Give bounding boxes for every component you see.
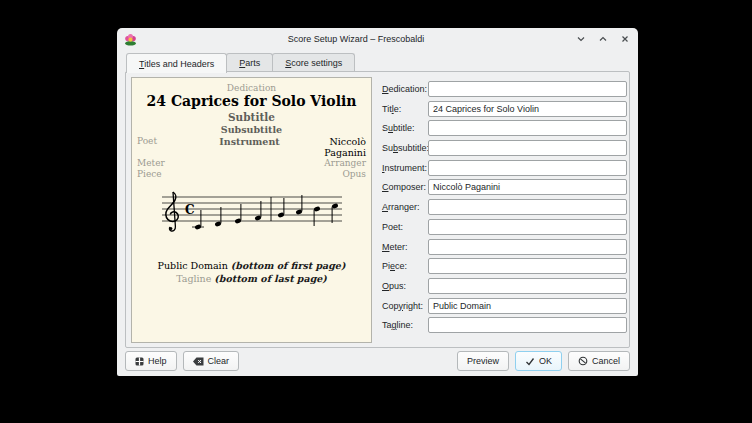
measure-1-notes	[192, 201, 262, 230]
cancel-icon	[578, 356, 588, 366]
preview-opus: Opus	[302, 169, 366, 180]
piece-input[interactable]	[428, 258, 627, 274]
preview-button[interactable]: Preview	[457, 351, 509, 371]
preview-tagline-note: (bottom of last page)	[214, 273, 326, 284]
tab-score-settings[interactable]: Score settings	[272, 53, 355, 72]
help-button[interactable]: Help	[125, 351, 177, 371]
preview-meter: Meter	[137, 158, 197, 169]
preview-right-column: Niccolò Paganini Arranger Opus	[302, 136, 366, 180]
form-row: Poet:	[382, 219, 627, 235]
footer-spacer	[245, 351, 451, 371]
tab-bar: Titles and Headers Parts Score settings	[126, 53, 354, 72]
tab-parts[interactable]: Parts	[226, 53, 273, 72]
cancel-button[interactable]: Cancel	[568, 351, 630, 371]
close-icon	[620, 34, 630, 44]
composer-input[interactable]	[428, 179, 627, 195]
arranger-label: Arranger:	[382, 202, 428, 212]
tab-titles-and-headers[interactable]: Titles and Headers	[126, 53, 227, 73]
preview-instrument: Instrument	[219, 136, 279, 180]
dialog-button-row: Help Clear Preview OK Cancel	[125, 351, 630, 371]
minimize-button[interactable]	[575, 33, 587, 45]
clear-backspace-icon	[193, 357, 204, 366]
measure-2-notes	[277, 195, 338, 226]
subsubtitle-input[interactable]	[428, 140, 627, 156]
title-input[interactable]	[428, 101, 627, 117]
subsubtitle-label: Subsubtitle:	[382, 143, 428, 153]
poet-label: Poet:	[382, 222, 428, 232]
dedication-input[interactable]	[428, 81, 627, 97]
preview-subsubtitle: Subsubtitle	[132, 124, 371, 135]
preview-piece: Piece	[137, 169, 197, 180]
preview-composer-line2: Paganini	[302, 147, 366, 158]
form-row: Composer:	[382, 179, 627, 195]
preview-dedication: Dedication	[132, 83, 371, 93]
maximize-button[interactable]	[597, 33, 609, 45]
piece-label: Piece:	[382, 261, 428, 271]
preview-copyright-note: (bottom of first page)	[231, 260, 346, 271]
subtitle-input[interactable]	[428, 120, 627, 136]
preview-left-column: Poet Meter Piece	[137, 136, 197, 180]
help-icon	[135, 357, 144, 366]
form-row: Copyright:	[382, 298, 627, 314]
instrument-input[interactable]	[428, 160, 627, 176]
instrument-label: Instrument:	[382, 163, 428, 173]
dedication-label: Dedication:	[382, 84, 428, 94]
form-row: Tagline:	[382, 317, 627, 333]
titles-and-headers-panel: Dedication 24 Caprices for Solo Violin S…	[125, 71, 630, 348]
preview-poet: Poet	[137, 136, 197, 147]
form-row: Subtitle:	[382, 120, 627, 136]
preview-tagline-line: Tagline (bottom of last page)	[132, 273, 371, 284]
arranger-input[interactable]	[428, 199, 627, 215]
close-button[interactable]	[619, 33, 631, 45]
copyright-label: Copyright:	[382, 301, 428, 311]
form-row: Meter:	[382, 239, 627, 255]
form-row: Instrument:	[382, 160, 627, 176]
score-preview: Dedication 24 Caprices for Solo Violin S…	[131, 77, 372, 343]
chevron-up-icon	[598, 34, 608, 44]
preview-copyright: Public Domain	[158, 260, 228, 271]
check-icon	[525, 357, 535, 366]
chevron-down-icon	[576, 34, 586, 44]
window-title: Score Setup Wizard – Frescobaldi	[137, 34, 575, 44]
form-row: Arranger:	[382, 199, 627, 215]
form-row: Title:	[382, 101, 627, 117]
clear-button[interactable]: Clear	[183, 351, 240, 371]
time-signature: C	[185, 203, 195, 217]
preview-tagline: Tagline	[176, 273, 211, 284]
treble-clef-icon	[165, 192, 177, 231]
tagline-label: Tagline:	[382, 320, 428, 330]
tagline-input[interactable]	[428, 317, 627, 333]
music-staff: C	[160, 189, 344, 235]
frescobaldi-app-icon	[124, 33, 137, 46]
titlebar[interactable]: Score Setup Wizard – Frescobaldi	[117, 28, 638, 50]
form-row: Piece:	[382, 258, 627, 274]
copyright-input[interactable]	[428, 298, 627, 314]
poet-input[interactable]	[428, 219, 627, 235]
preview-title: 24 Caprices for Solo Violin	[132, 93, 371, 109]
preview-copyright-line: Public Domain (bottom of first page)	[132, 260, 371, 271]
music-staff-wrap: C	[160, 189, 344, 239]
preview-composer-line1: Niccolò	[302, 136, 366, 147]
subtitle-label: Subtitle:	[382, 123, 428, 133]
meter-input[interactable]	[428, 239, 627, 255]
composer-label: Composer:	[382, 182, 428, 192]
preview-subtitle: Subtitle	[132, 111, 371, 123]
form-row: Subsubtitle:	[382, 140, 627, 156]
preview-arranger: Arranger	[302, 158, 366, 169]
opus-label: Opus:	[382, 281, 428, 291]
form-row: Dedication:	[382, 81, 627, 97]
meter-label: Meter:	[382, 242, 428, 252]
preview-header-grid: Poet Meter Piece Instrument Niccolò Paga…	[132, 136, 371, 180]
window-controls	[575, 33, 631, 45]
titles-form: Dedication: Title: Subtitle: Subsubtitle…	[382, 81, 627, 337]
score-setup-wizard-dialog: Score Setup Wizard – Frescobaldi Titles …	[117, 28, 638, 376]
ok-button[interactable]: OK	[515, 351, 562, 371]
form-row: Opus:	[382, 278, 627, 294]
opus-input[interactable]	[428, 278, 627, 294]
title-label: Title:	[382, 104, 428, 114]
